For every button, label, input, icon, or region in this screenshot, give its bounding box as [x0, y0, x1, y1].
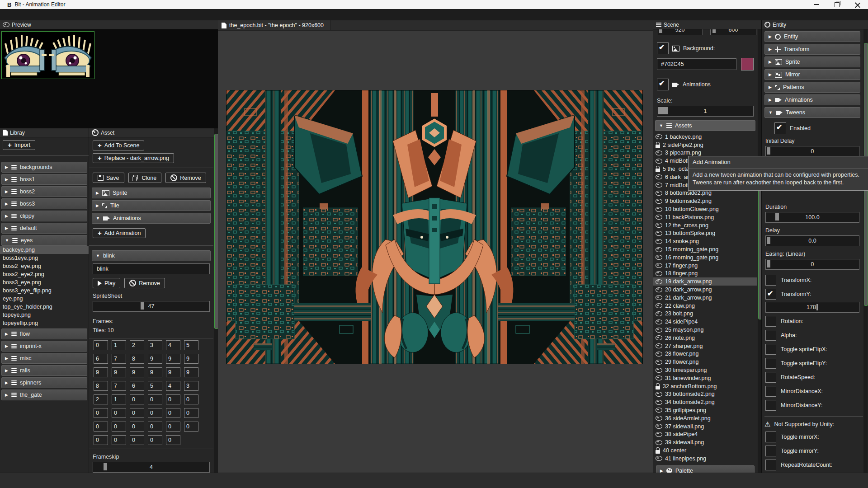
property-checkbox[interactable] — [765, 400, 776, 411]
scene-asset-row[interactable]: 25 mayson.png — [653, 326, 757, 334]
library-file[interactable]: topeyeflip.png — [0, 319, 89, 327]
frame-cell[interactable]: 3 — [184, 381, 198, 391]
slider-handle[interactable] — [712, 29, 716, 33]
initial-delay-slider[interactable]: 0 — [765, 146, 859, 157]
frame-cell[interactable]: 0 — [166, 422, 180, 432]
background-color-swatch[interactable] — [741, 58, 754, 70]
asset-section-header[interactable]: Animations — [92, 213, 211, 224]
library-file[interactable]: boss3_eye.png — [0, 278, 89, 286]
assets-section-header[interactable]: Assets — [655, 120, 755, 131]
frame-cell[interactable]: 8 — [130, 354, 144, 364]
frame-cell[interactable]: 9 — [166, 367, 180, 377]
duration-slider[interactable]: 100.0 — [765, 212, 859, 223]
scene-width-input[interactable]: 920 — [657, 29, 703, 35]
frame-cell[interactable]: 0 — [94, 340, 108, 350]
scene-asset-row[interactable]: 37 sidewall.png — [653, 422, 757, 431]
frame-cell[interactable]: 1 — [112, 340, 126, 350]
frame-cell[interactable]: 7 — [112, 354, 126, 364]
scene-asset-row[interactable]: 41 linepipes.png — [653, 455, 757, 463]
scene-asset-row[interactable]: 20 dark_arrow.png — [653, 286, 757, 294]
asset-scrollbar[interactable] — [214, 128, 218, 473]
frame-cell[interactable]: 0 — [166, 394, 180, 404]
frame-cell[interactable]: 9 — [166, 354, 180, 364]
frame-cell[interactable]: 0 — [112, 435, 126, 445]
background-checkbox[interactable] — [657, 42, 669, 54]
property-checkbox[interactable] — [765, 446, 776, 456]
library-folder[interactable]: boss2 — [1, 186, 87, 197]
scene-asset-row[interactable]: 39 sidewall.png — [653, 438, 757, 446]
play-button[interactable]: Play — [93, 278, 120, 288]
scene-asset-row[interactable]: 32 anchorBottom.png — [653, 382, 757, 390]
property-checkbox[interactable] — [765, 344, 776, 355]
slider-handle[interactable] — [767, 147, 770, 155]
slider-handle[interactable] — [658, 107, 668, 114]
property-checkbox[interactable] — [765, 372, 776, 383]
frame-cell[interactable]: 0 — [130, 422, 144, 432]
frame-cell[interactable]: 8 — [94, 381, 108, 391]
scene-asset-row[interactable]: 38 sidePipe4 — [653, 430, 757, 438]
frame-cell[interactable]: 0 — [94, 422, 108, 432]
scene-asset-row[interactable]: 11 backPistons.png — [653, 213, 757, 221]
frame-cell[interactable]: 1 — [112, 394, 126, 404]
frame-cell[interactable]: 0 — [94, 408, 108, 418]
frame-cell[interactable]: 0 — [130, 408, 144, 418]
frame-cell[interactable]: 9 — [148, 354, 162, 364]
easing-slider[interactable]: 0 — [765, 259, 859, 270]
delay-slider[interactable]: 0.0 — [765, 235, 859, 246]
frame-cell[interactable]: 9 — [130, 367, 144, 377]
scene-asset-row[interactable]: 35 grillpipes.png — [653, 406, 757, 414]
scene-asset-row[interactable]: 24 sidePipe4 — [653, 318, 757, 326]
property-checkbox[interactable] — [765, 330, 776, 341]
scene-asset-row[interactable]: 31 lanewinder.png — [653, 374, 757, 382]
frame-cell[interactable]: 6 — [130, 381, 144, 391]
save-button[interactable]: Save — [93, 173, 124, 183]
slider-handle[interactable] — [104, 463, 107, 470]
scene-asset-row[interactable]: 18 finger.png — [653, 270, 757, 278]
entity-section-header[interactable]: Mirror — [764, 69, 860, 80]
frame-cell[interactable]: 9 — [148, 367, 162, 377]
scene-asset-row[interactable]: 23 bolt.png — [653, 310, 757, 318]
scene-asset-row[interactable]: 2 sidePipe2.png — [653, 141, 757, 149]
asset-section-header[interactable]: Tile — [92, 200, 211, 211]
scene-asset-row[interactable]: 13 bottomSpike.png — [653, 230, 757, 238]
animation-name-input[interactable]: blink — [93, 263, 210, 274]
scene-asset-row[interactable]: 22 claw.png — [653, 302, 757, 310]
library-folder[interactable]: spinners — [1, 377, 87, 388]
library-file[interactable]: boss2_eye.png — [0, 262, 89, 270]
frame-cell[interactable]: 9 — [112, 367, 126, 377]
property-checkbox[interactable] — [765, 432, 776, 442]
entity-section-header[interactable]: Entity — [764, 31, 860, 42]
scene-asset-row[interactable]: 16 morning_gate.png — [653, 253, 757, 262]
entity-section-header[interactable]: Patterns — [764, 82, 860, 93]
library-file[interactable]: boss2_eye2.png — [0, 270, 89, 278]
library-folder[interactable]: backgrounds — [1, 162, 87, 173]
slider-handle[interactable] — [659, 29, 662, 33]
property-checkbox[interactable] — [765, 358, 776, 369]
minimize-button[interactable] — [806, 0, 826, 9]
library-folder[interactable]: misc — [1, 353, 87, 364]
library-folder[interactable]: the_gate — [1, 389, 87, 400]
palette-section-header[interactable]: Palette — [656, 465, 755, 473]
scene-asset-row[interactable]: 1 backeye.png — [653, 133, 757, 141]
scene-asset-row[interactable]: 10 bottomGlower.png — [653, 205, 757, 213]
property-value-input[interactable]: 178 — [765, 302, 859, 313]
frameskip-slider[interactable]: 4 — [93, 462, 210, 473]
frame-cell[interactable]: 6 — [94, 354, 108, 364]
frame-cell[interactable]: 0 — [148, 394, 162, 404]
library-folder[interactable]: rails — [1, 365, 87, 376]
scene-asset-row[interactable]: 30 timespan.png — [653, 366, 757, 374]
spritesheet-slider[interactable]: 47 — [93, 301, 210, 312]
frame-cell[interactable]: 0 — [148, 408, 162, 418]
clone-button[interactable]: Clone — [128, 173, 162, 183]
frame-cell[interactable]: 5 — [184, 340, 198, 350]
scene-asset-row[interactable]: 14 snoke.png — [653, 237, 757, 245]
frame-cell[interactable]: 0 — [112, 422, 126, 432]
frame-cell[interactable]: 0 — [166, 435, 180, 445]
animation-section-blink[interactable]: blink — [92, 250, 211, 261]
background-hex-input[interactable]: #702C45 — [657, 58, 736, 70]
frame-cell[interactable]: 3 — [148, 340, 162, 350]
remove-animation-button[interactable]: Remove — [124, 278, 165, 288]
preview-thumbnail[interactable] — [1, 31, 94, 79]
frame-cell[interactable]: 0 — [148, 435, 162, 445]
library-file[interactable]: backeye.png — [0, 246, 89, 254]
